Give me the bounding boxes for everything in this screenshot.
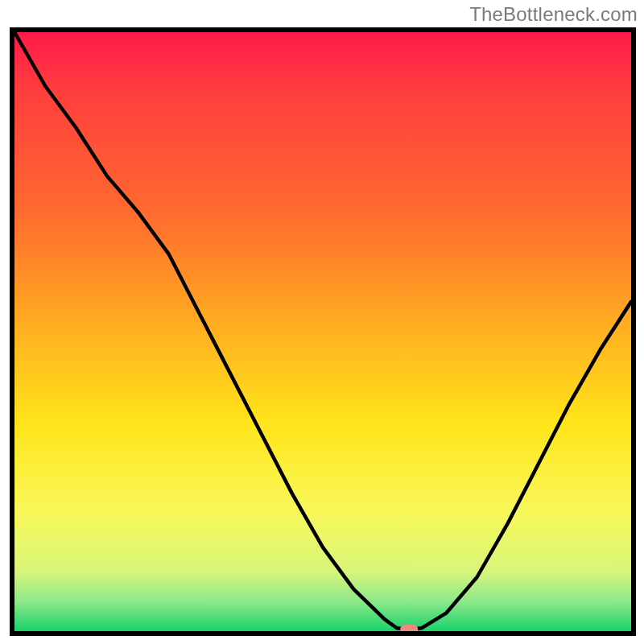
watermark-text: TheBottleneck.com	[469, 3, 638, 26]
plot-area	[10, 27, 636, 636]
gradient-background	[14, 32, 631, 631]
chart-frame: TheBottleneck.com	[0, 0, 644, 644]
chart-svg	[10, 27, 636, 636]
